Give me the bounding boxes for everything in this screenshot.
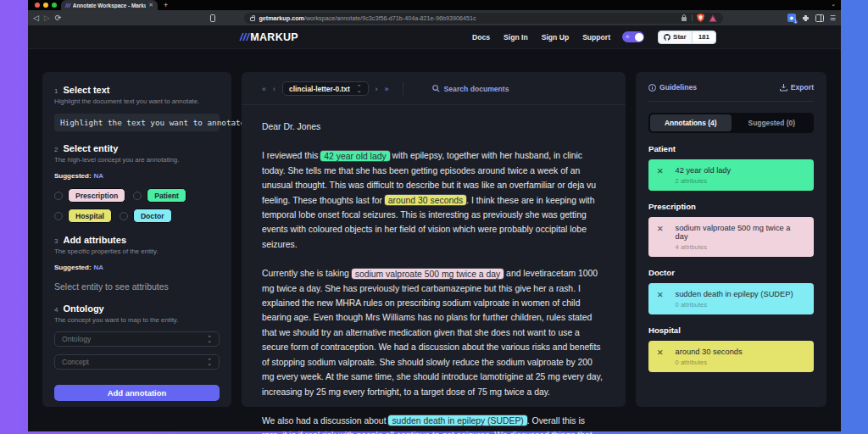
annotation-text: sudden death in epilepy (SUDEP) bbox=[676, 290, 793, 298]
workspace: 1Select text Highlight the document text… bbox=[28, 49, 841, 431]
entity-chip-list: PrescriptionPatientHospitalDoctor bbox=[54, 188, 220, 223]
entity-option-doctor[interactable]: Doctor bbox=[120, 209, 172, 223]
page-actions-icon[interactable] bbox=[681, 14, 687, 22]
entity-chip-hospital[interactable]: Hospital bbox=[68, 209, 112, 223]
entity-chip-prescription[interactable]: Prescription bbox=[68, 188, 125, 203]
radio-hospital[interactable] bbox=[54, 212, 63, 220]
first-document-button[interactable]: « bbox=[262, 85, 266, 93]
doc-paragraph: We also had a discussion about sudden de… bbox=[262, 414, 605, 434]
annotation-card-patient[interactable]: ✕42 year old lady2 attributes bbox=[648, 159, 814, 191]
guidelines-button[interactable]: Guidelines bbox=[648, 83, 697, 92]
next-document-button[interactable]: › bbox=[376, 85, 378, 93]
annotations-panel-header: Guidelines Export bbox=[648, 83, 814, 92]
ontology-placeholder: Ontology bbox=[62, 335, 91, 343]
back-button[interactable]: ◁ bbox=[33, 14, 39, 22]
document-paragraphs: I reviewed this 42 year old lady with ep… bbox=[262, 148, 605, 434]
zoom-window-button[interactable] bbox=[52, 3, 57, 8]
entity-chip-patient[interactable]: Patient bbox=[147, 188, 186, 203]
annotation-card-body: 42 year old lady2 attributes bbox=[676, 166, 732, 185]
forward-button[interactable]: ▷ bbox=[44, 14, 50, 22]
brave-shield-icon[interactable] bbox=[697, 14, 704, 22]
sidebar-toggle-icon[interactable] bbox=[815, 14, 824, 22]
entity-option-patient[interactable]: Patient bbox=[133, 188, 186, 203]
annotation-attribute-count: 0 attributes bbox=[676, 359, 743, 366]
step-title-select-entity: Select entity bbox=[63, 143, 118, 153]
new-tab-button[interactable]: + bbox=[164, 1, 168, 9]
annotation-card-doctor[interactable]: ✕sudden death in epilepy (SUDEP)0 attrib… bbox=[648, 283, 814, 314]
browser-tab[interactable]: /// Annotate Workspace - Markup ✕ bbox=[61, 0, 158, 10]
step-description: Highlight the document text you want to … bbox=[54, 97, 220, 105]
divider bbox=[648, 101, 814, 102]
export-button[interactable]: Export bbox=[780, 83, 814, 92]
add-annotation-button[interactable]: Add annotation bbox=[54, 385, 220, 401]
extensions-puzzle-icon[interactable] bbox=[802, 14, 810, 22]
info-icon bbox=[648, 84, 656, 92]
minimize-window-button[interactable] bbox=[43, 3, 48, 8]
remove-annotation-icon[interactable]: ✕ bbox=[657, 291, 664, 309]
doc-paragraph: Currently she is taking sodium valproate… bbox=[262, 266, 605, 399]
annotation-card-hospital[interactable]: ✕around 30 seconds0 attributes bbox=[648, 341, 814, 372]
step-description: The concept you want to map to the entit… bbox=[54, 316, 220, 324]
export-label: Export bbox=[791, 83, 814, 92]
step-description: The high-level concept you are annotatin… bbox=[54, 156, 220, 164]
last-document-button[interactable]: » bbox=[385, 85, 389, 93]
highlight-cyan[interactable]: sudden death in epilepy (SUDEP) bbox=[388, 415, 526, 426]
highlight-yellow[interactable]: around 30 seconds bbox=[385, 195, 466, 205]
download-icon bbox=[780, 84, 787, 92]
warning-triangle-icon[interactable] bbox=[709, 14, 717, 22]
radio-patient[interactable] bbox=[133, 192, 142, 200]
tab-title: Annotate Workspace - Markup bbox=[73, 3, 146, 8]
nav-link-sign-in[interactable]: Sign In bbox=[504, 33, 528, 42]
star-label: Star bbox=[673, 33, 687, 41]
radio-prescription[interactable] bbox=[54, 192, 63, 200]
tab-close-icon[interactable]: ✕ bbox=[148, 2, 153, 8]
entity-chip-doctor[interactable]: Doctor bbox=[133, 209, 172, 223]
annotations-panel: Guidelines Export Annotations (4) Sugges… bbox=[636, 72, 826, 407]
app-header: /// MARKUP DocsSign InSign UpSupport ☀ S… bbox=[28, 25, 841, 49]
entity-option-prescription[interactable]: Prescription bbox=[54, 188, 125, 203]
concept-placeholder: Concept bbox=[62, 358, 89, 366]
previous-document-button[interactable]: ‹ bbox=[273, 85, 275, 93]
ontology-select[interactable]: Ontology ⌃⌄ bbox=[54, 331, 220, 347]
annotation-text: sodium valproate 500 mg twice a day bbox=[676, 224, 805, 241]
remove-annotation-icon[interactable]: ✕ bbox=[657, 348, 664, 366]
document-file-select[interactable]: clincial-letter-0.txt ⌃⌄ bbox=[282, 81, 369, 96]
remove-annotation-icon[interactable]: ✕ bbox=[657, 167, 664, 185]
reload-button[interactable]: ⟳ bbox=[55, 14, 62, 22]
nav-link-sign-up[interactable]: Sign Up bbox=[542, 33, 569, 42]
search-icon bbox=[432, 85, 440, 92]
annotation-attribute-count: 4 attributes bbox=[676, 243, 805, 251]
concept-select[interactable]: Concept ⌃⌄ bbox=[54, 354, 220, 370]
tab-suggested[interactable]: Suggested (0) bbox=[732, 114, 813, 131]
annotation-card-prescription[interactable]: ✕sodium valproate 500 mg twice a day4 at… bbox=[648, 217, 814, 257]
guidelines-label: Guidelines bbox=[659, 83, 697, 92]
url-bar[interactable]: getmarkup.com/workspace/annotate/9c3c3f5… bbox=[244, 13, 723, 24]
tab-annotations[interactable]: Annotations (4) bbox=[650, 114, 732, 131]
entity-option-hospital[interactable]: Hospital bbox=[54, 209, 112, 223]
theme-toggle[interactable]: ☀ bbox=[622, 31, 644, 42]
doc-text: Currently she is taking bbox=[262, 269, 352, 278]
document-search[interactable]: Search documents bbox=[432, 85, 509, 93]
nav-link-support[interactable]: Support bbox=[582, 33, 610, 42]
document-text[interactable]: Dear Dr. Jones I reviewed this 42 year o… bbox=[242, 105, 626, 434]
menu-icon[interactable]: ☰ bbox=[830, 14, 836, 22]
logo-slashes-icon: /// bbox=[240, 31, 249, 43]
radio-doctor[interactable] bbox=[120, 212, 128, 220]
url-text: getmarkup.com/workspace/annotate/9c3c3f5… bbox=[259, 14, 677, 22]
annotation-text: 42 year old lady bbox=[676, 166, 732, 175]
markup-favicon-icon: /// bbox=[65, 3, 70, 8]
remove-annotation-icon[interactable]: ✕ bbox=[657, 225, 664, 251]
password-manager-extension-icon[interactable]: ◆1 bbox=[787, 14, 796, 22]
reader-mode-icon[interactable] bbox=[210, 14, 215, 22]
highlight-pink[interactable]: sodium valproate 500 mg twice a day bbox=[352, 269, 504, 279]
browser-window: /// Annotate Workspace - Markup ✕ + ⌄ ◁ … bbox=[28, 0, 841, 431]
divider bbox=[692, 14, 693, 21]
tab-overflow-chevron-icon[interactable]: ⌄ bbox=[831, 1, 836, 8]
close-window-button[interactable] bbox=[35, 3, 40, 8]
traffic-lights[interactable] bbox=[35, 3, 57, 8]
markup-logo[interactable]: /// MARKUP bbox=[240, 31, 298, 43]
nav-link-docs[interactable]: Docs bbox=[472, 33, 490, 42]
github-star-button[interactable]: Star bbox=[659, 31, 693, 43]
highlight-green[interactable]: 42 year old lady bbox=[320, 151, 389, 161]
github-star-badge[interactable]: Star 181 bbox=[658, 31, 716, 44]
